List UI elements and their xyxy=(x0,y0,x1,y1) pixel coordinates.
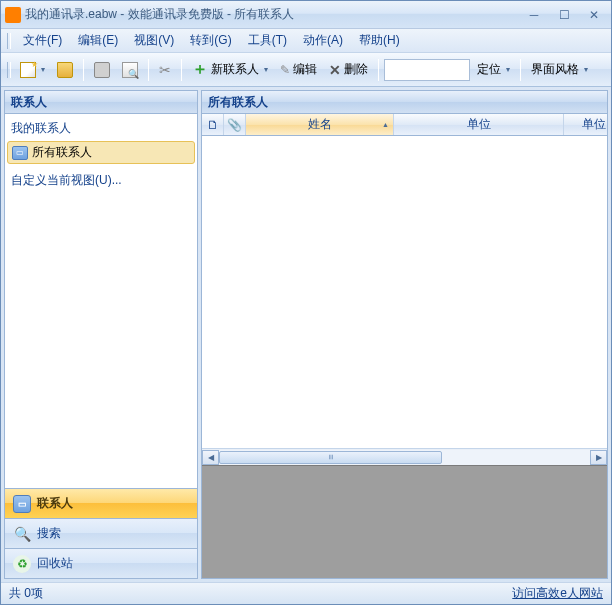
toolbar: ▾ ✂ ＋ 新联系人 ▾ ✎ 编辑 ✕ 删除 定位▾ 界面风格▾ xyxy=(1,53,611,87)
cut-button[interactable]: ✂ xyxy=(154,58,176,82)
menu-tools[interactable]: 工具(T) xyxy=(242,30,293,51)
col-unit2[interactable]: 单位 xyxy=(564,114,607,135)
titlebar: 我的通讯录.eabw - 效能通讯录免费版 - 所有联系人 ─ ☐ ✕ xyxy=(1,1,611,29)
app-icon xyxy=(5,7,21,23)
statusbar: 共 0项 访问高效e人网站 xyxy=(1,582,611,604)
paperclip-icon: 📎 xyxy=(227,118,242,132)
scroll-left-button[interactable]: ◀ xyxy=(202,450,219,465)
scissors-icon: ✂ xyxy=(159,62,171,78)
search-input[interactable] xyxy=(384,59,470,81)
edit-button[interactable]: ✎ 编辑 xyxy=(275,58,322,82)
main-header: 所有联系人 xyxy=(202,91,607,114)
recycle-icon: ♻ xyxy=(13,555,31,573)
nav-recycle[interactable]: ♻ 回收站 xyxy=(5,548,197,578)
tree-item-all-contacts[interactable]: ▭ 所有联系人 xyxy=(7,141,195,164)
open-button[interactable] xyxy=(52,58,78,82)
customize-view-link[interactable]: 自定义当前视图(U)... xyxy=(7,166,195,195)
page-icon: 🗋 xyxy=(207,118,219,132)
contacts-card-icon: ▭ xyxy=(12,146,28,160)
maximize-button[interactable]: ☐ xyxy=(551,7,577,23)
nav-search-label: 搜索 xyxy=(37,525,61,542)
scroll-track[interactable] xyxy=(219,450,590,465)
menu-edit[interactable]: 编辑(E) xyxy=(72,30,124,51)
menu-file[interactable]: 文件(F) xyxy=(17,30,68,51)
nav-contacts[interactable]: ▭ 联系人 xyxy=(5,488,197,518)
scroll-right-button[interactable]: ▶ xyxy=(590,450,607,465)
horizontal-scrollbar[interactable]: ◀ ▶ xyxy=(202,448,607,465)
col-attach[interactable]: 📎 xyxy=(224,114,246,135)
preview-button[interactable] xyxy=(117,58,143,82)
edit-label: 编辑 xyxy=(293,61,317,78)
menubar: 文件(F) 编辑(E) 视图(V) 转到(G) 工具(T) 动作(A) 帮助(H… xyxy=(1,29,611,53)
menu-grip-icon xyxy=(7,33,11,49)
delete-icon: ✕ xyxy=(329,62,341,78)
main-pane: 所有联系人 🗋 📎 姓名 单位 单位 ◀ ▶ xyxy=(201,90,608,579)
menu-view[interactable]: 视图(V) xyxy=(128,30,180,51)
plus-icon: ＋ xyxy=(192,59,208,80)
col-type[interactable]: 🗋 xyxy=(202,114,224,135)
delete-label: 删除 xyxy=(344,61,368,78)
tree-root[interactable]: 我的联系人 xyxy=(7,118,195,139)
new-contact-label: 新联系人 xyxy=(211,61,259,78)
delete-button[interactable]: ✕ 删除 xyxy=(324,58,373,82)
print-preview-icon xyxy=(122,62,138,78)
locate-label: 定位 xyxy=(477,61,501,78)
folder-open-icon xyxy=(57,62,73,78)
menu-action[interactable]: 动作(A) xyxy=(297,30,349,51)
menu-help[interactable]: 帮助(H) xyxy=(353,30,406,51)
nav-contacts-label: 联系人 xyxy=(37,495,73,512)
toolbar-grip-icon xyxy=(7,62,11,78)
grid-header-row: 🗋 📎 姓名 单位 单位 xyxy=(202,114,607,136)
new-contact-button[interactable]: ＋ 新联系人 ▾ xyxy=(187,58,273,82)
website-link[interactable]: 访问高效e人网站 xyxy=(512,585,603,602)
nav-search[interactable]: 🔍 搜索 xyxy=(5,518,197,548)
locate-button[interactable]: 定位▾ xyxy=(472,58,515,82)
window-title: 我的通讯录.eabw - 效能通讯录免费版 - 所有联系人 xyxy=(25,6,521,23)
nav-recycle-label: 回收站 xyxy=(37,555,73,572)
theme-button[interactable]: 界面风格▾ xyxy=(526,58,593,82)
new-file-icon xyxy=(20,62,36,78)
nav-section: ▭ 联系人 🔍 搜索 ♻ 回收站 xyxy=(5,488,197,578)
sidebar-header: 联系人 xyxy=(5,91,197,114)
close-button[interactable]: ✕ xyxy=(581,7,607,23)
detail-panel xyxy=(202,465,607,578)
theme-label: 界面风格 xyxy=(531,61,579,78)
minimize-button[interactable]: ─ xyxy=(521,7,547,23)
print-icon xyxy=(94,62,110,78)
app-window: 我的通讯录.eabw - 效能通讯录免费版 - 所有联系人 ─ ☐ ✕ 文件(F… xyxy=(0,0,612,605)
new-file-button[interactable]: ▾ xyxy=(15,58,50,82)
col-name[interactable]: 姓名 xyxy=(246,114,394,135)
contacts-grid: 🗋 📎 姓名 单位 单位 xyxy=(202,114,607,448)
content-area: 联系人 我的联系人 ▭ 所有联系人 自定义当前视图(U)... ▭ 联系人 🔍 … xyxy=(1,87,611,582)
scroll-thumb[interactable] xyxy=(219,451,442,464)
status-count: 共 0项 xyxy=(9,585,43,602)
sidebar: 联系人 我的联系人 ▭ 所有联系人 自定义当前视图(U)... ▭ 联系人 🔍 … xyxy=(4,90,198,579)
menu-goto[interactable]: 转到(G) xyxy=(184,30,237,51)
all-contacts-label: 所有联系人 xyxy=(32,144,92,161)
contacts-icon: ▭ xyxy=(13,495,31,513)
print-button[interactable] xyxy=(89,58,115,82)
pencil-icon: ✎ xyxy=(280,63,290,77)
contacts-tree: 我的联系人 ▭ 所有联系人 自定义当前视图(U)... xyxy=(5,114,197,488)
magnifier-icon: 🔍 xyxy=(13,525,31,543)
col-company[interactable]: 单位 xyxy=(394,114,564,135)
